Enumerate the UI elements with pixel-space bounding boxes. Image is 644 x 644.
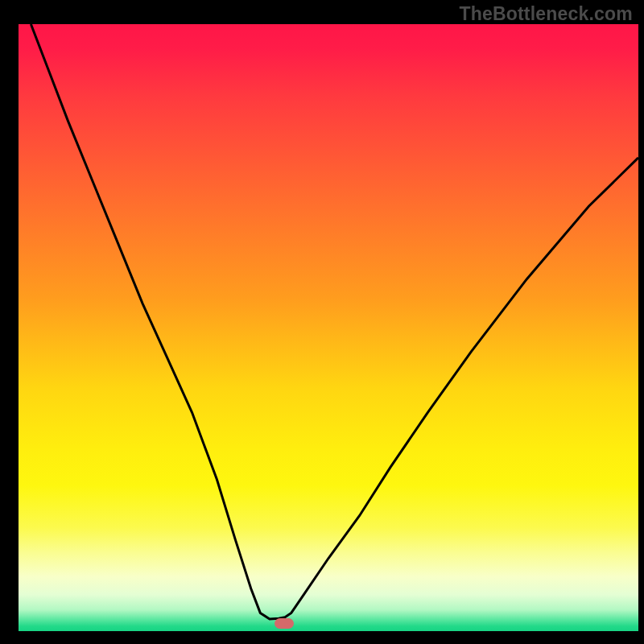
plot-area [19,24,638,631]
optimum-marker [275,618,294,629]
bottleneck-curve [19,24,638,631]
curve-path [31,24,638,619]
watermark-text: TheBottleneck.com [459,3,633,25]
chart-container: TheBottleneck.com [0,0,644,644]
